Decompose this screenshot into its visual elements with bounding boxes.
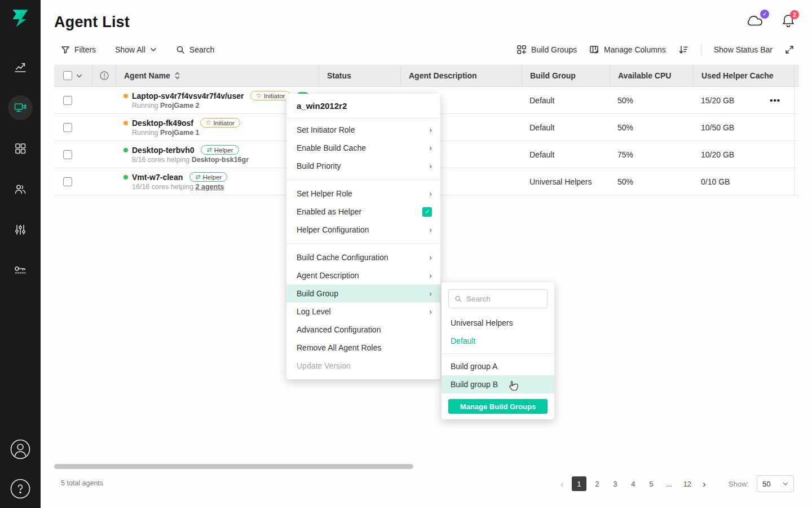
show-all-dropdown[interactable]: Show All <box>115 45 157 54</box>
column-header-available-cpu[interactable]: Available CPU <box>610 65 693 86</box>
chevron-right-icon: › <box>429 190 432 198</box>
search-icon <box>454 295 462 303</box>
submenu-search-box[interactable] <box>448 289 548 308</box>
submenu-item-universal-helpers[interactable]: Universal Helpers <box>442 314 554 332</box>
notifications-button[interactable]: 2 <box>782 14 795 28</box>
build-group-submenu: Universal Helpers Default Build group A … <box>442 282 554 419</box>
helper-badge: ⇄Helper <box>201 145 239 155</box>
license-key-icon[interactable] <box>8 258 33 283</box>
views-grid-icon[interactable] <box>8 136 33 161</box>
submenu-search-input[interactable] <box>466 295 541 303</box>
cache-cell: 15/20 GB••• <box>693 87 794 113</box>
cpu-cell: 50% <box>610 114 693 141</box>
page-button-1[interactable]: 1 <box>572 476 586 491</box>
header-sliver <box>794 65 799 86</box>
helping-agents-link[interactable]: 2 agents <box>196 183 224 191</box>
agent-subtitle: 16/16 cores helping 2 agents <box>123 183 224 191</box>
status-dot-green <box>123 175 128 179</box>
agent-subtitle: Running ProjGame 1 <box>123 129 200 137</box>
page-button-12[interactable]: 12 <box>680 476 695 491</box>
initiator-badge: ✩Initiator <box>200 118 240 128</box>
build-group-cell: Universal Helpers <box>522 168 610 195</box>
menu-item-log-level[interactable]: Log Level› <box>286 303 440 321</box>
menu-item-build-cache-configuration[interactable]: Build Cache Configuration› <box>286 248 440 266</box>
manage-columns-icon <box>589 45 599 55</box>
menu-item-enable-build-cache[interactable]: Enable Build Cache› <box>286 139 440 157</box>
column-header-status[interactable]: Status <box>319 65 400 86</box>
page-size-select[interactable]: 50 <box>757 475 794 492</box>
submenu-item-build-group-a[interactable]: Build group A <box>442 357 554 375</box>
sidebar-bottom <box>8 437 33 501</box>
select-menu-chevron-icon[interactable] <box>76 74 82 78</box>
menu-item-build-group[interactable]: Build Group› <box>286 284 440 303</box>
page-button-3[interactable]: 3 <box>608 476 623 491</box>
column-header-build-group[interactable]: Build Group <box>522 65 610 86</box>
menu-item-agent-description[interactable]: Agent Description› <box>286 266 440 284</box>
row-checkbox[interactable] <box>63 177 72 186</box>
sort-order-button[interactable] <box>678 45 689 55</box>
chevron-down-icon <box>150 47 157 52</box>
settings-sliders-icon[interactable] <box>8 217 33 242</box>
profile-avatar[interactable] <box>8 437 33 462</box>
cache-cell: 10/50 GB <box>693 114 794 141</box>
select-all-checkbox[interactable] <box>63 71 72 80</box>
page-footer: 5 total agents ‹ 1 2 3 4 5 ... 12 › Show… <box>41 474 812 493</box>
menu-item-set-helper-role[interactable]: Set Helper Role› <box>286 185 440 203</box>
horizontal-scrollbar-thumb[interactable] <box>54 464 413 469</box>
manage-build-groups-button[interactable]: Manage Build Groups <box>448 399 548 414</box>
dashboard-icon[interactable] <box>8 55 33 80</box>
chevron-right-icon: › <box>429 271 432 279</box>
filters-button[interactable]: Filters <box>61 45 96 54</box>
show-status-bar-label: Show Status Bar <box>714 45 773 54</box>
column-header-agent-name[interactable]: Agent Name <box>116 65 319 86</box>
menu-item-helper-configuration[interactable]: Helper Configuration› <box>286 221 440 239</box>
show-status-bar-button[interactable]: Show Status Bar <box>714 45 773 54</box>
agents-icon[interactable] <box>8 95 33 120</box>
menu-item-build-priority[interactable]: Build Priority› <box>286 157 440 175</box>
status-dot-orange <box>123 94 128 98</box>
submenu-item-default[interactable]: Default <box>442 332 554 350</box>
status-dot-green <box>123 148 128 152</box>
page-title: Agent List <box>54 14 130 31</box>
page-button-2[interactable]: 2 <box>590 476 604 491</box>
total-agents-label: 5 total agents <box>61 479 103 487</box>
checked-checkbox-icon[interactable]: ✓ <box>422 207 432 217</box>
cloud-status-button[interactable]: ✓ <box>745 14 765 28</box>
initiator-badge: ✩Initiator <box>250 91 290 100</box>
build-groups-button[interactable]: Build Groups <box>517 45 577 55</box>
row-checkbox[interactable] <box>63 123 72 132</box>
sidebar <box>0 0 41 508</box>
expand-diagonal-icon <box>785 45 794 54</box>
build-groups-icon <box>517 45 527 55</box>
users-icon[interactable] <box>8 177 33 202</box>
row-checkbox[interactable] <box>63 150 72 159</box>
row-checkbox[interactable] <box>63 96 72 105</box>
helper-badge: ⇄Helper <box>189 172 227 182</box>
help-icon[interactable] <box>8 476 33 501</box>
chevron-right-icon: › <box>429 308 432 316</box>
prev-page-button[interactable]: ‹ <box>556 479 568 489</box>
chevron-right-icon: › <box>429 226 432 234</box>
row-actions-icon[interactable]: ••• <box>770 95 780 105</box>
menu-item-remove-all-agent-roles[interactable]: Remove All Agent Roles <box>286 339 440 357</box>
menu-item-advanced-configuration[interactable]: Advanced Configuration <box>286 321 440 339</box>
page-button-4[interactable]: 4 <box>626 476 641 491</box>
search-button[interactable]: Search <box>176 45 214 54</box>
menu-item-enabled-as-helper[interactable]: Enabled as Helper✓ <box>286 203 440 221</box>
agent-name: Laptop-sv4r7f4vsv4r7f4v/user <box>132 91 244 100</box>
next-page-button[interactable]: › <box>698 479 710 489</box>
manage-columns-button[interactable]: Manage Columns <box>589 45 666 55</box>
menu-divider <box>286 243 440 244</box>
build-group-cell: Default <box>522 141 610 168</box>
app-logo-icon[interactable] <box>10 7 31 29</box>
pagination: ‹ 1 2 3 4 5 ... 12 › Show: 50 <box>556 474 794 493</box>
submenu-item-build-group-b[interactable]: Build group B <box>442 375 554 393</box>
agent-context-menu: a_win2012r2 Set Initiator Role› Enable B… <box>286 94 440 379</box>
menu-item-set-initiator-role[interactable]: Set Initiator Role› <box>286 121 440 139</box>
page-button-5[interactable]: 5 <box>644 476 659 491</box>
show-all-label: Show All <box>115 45 145 54</box>
expand-button[interactable] <box>785 45 794 54</box>
agent-subtitle: 8/16 cores helping Desktop-bsk16gr <box>123 156 249 164</box>
column-header-agent-description[interactable]: Agent Description <box>400 65 522 86</box>
column-header-used-helper-cache[interactable]: Used Helper Cache <box>693 65 794 86</box>
